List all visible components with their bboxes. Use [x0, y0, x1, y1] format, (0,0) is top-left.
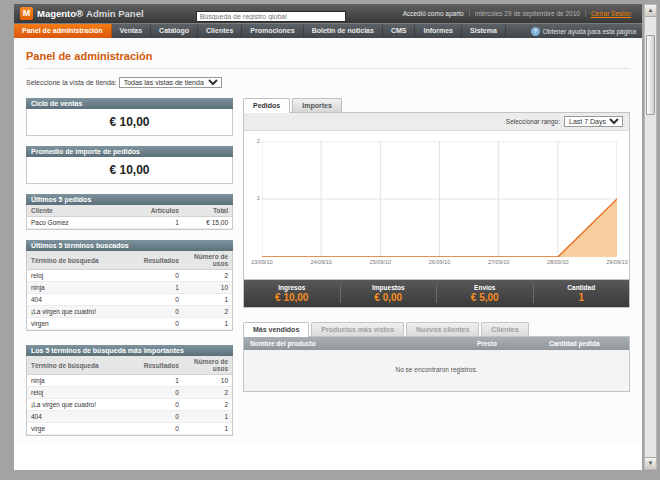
stat-value: 1 [534, 292, 630, 303]
tab-nuevos-clientes[interactable]: Nuevos clientes [406, 322, 479, 336]
column-header: Total [183, 205, 232, 217]
chart-tabs: Pedidos Importes [243, 98, 630, 112]
stat-impuestos: Impuestos € 0,00 [340, 284, 437, 303]
average-orders-panel: Promedio de importe de pedidos € 10,00 [26, 146, 233, 184]
x-axis-label: 23/09/10 [251, 259, 272, 265]
cell-uses: 2 [183, 270, 232, 282]
table-header-row: Cliente Artículos Total [27, 205, 232, 217]
orders-chart: 2 1 23/09/10 24/09/10 25/09/10 26/09/10 [244, 131, 629, 271]
nav-item-promociones[interactable]: Promociones [242, 24, 303, 38]
range-label: Seleccionar rango: [506, 118, 560, 125]
nav-item-sistema[interactable]: Sistema [462, 24, 506, 38]
column-header: Número de usos [183, 251, 232, 270]
x-axis-labels: 23/09/10 24/09/10 25/09/10 26/09/10 27/0… [262, 259, 617, 269]
admin-page: M Magento® Admin Panel Accedió como apar… [14, 4, 642, 470]
cell-uses: 2 [183, 387, 232, 399]
column-header: Resultados [134, 356, 183, 375]
store-view-select[interactable]: Todas las vistas de tienda [119, 77, 222, 88]
column-header: Término de búsqueda [27, 356, 134, 375]
range-select[interactable]: Last 7 Days [564, 116, 623, 127]
scroll-thumb[interactable] [646, 35, 655, 115]
cell-results: 0 [134, 399, 183, 411]
products-grid: Nombre del producto Precio Cantidad pedi… [243, 336, 630, 392]
nav-item-boletin-noticias[interactable]: Boletín de noticias [304, 24, 383, 38]
nav-item-informes[interactable]: Informes [415, 24, 462, 38]
x-axis-label: 24/09/10 [310, 259, 331, 265]
nav-item-clientes[interactable]: Clientes [198, 24, 242, 38]
x-axis-label: 27/09/10 [488, 259, 509, 265]
store-view-label: Seleccione la vista de tienda: [26, 79, 117, 86]
cell-uses: 1 [183, 423, 232, 435]
table-row: ninja 1 10 [27, 375, 232, 387]
tab-pedidos[interactable]: Pedidos [243, 98, 290, 113]
cell-uses: 1 [183, 294, 232, 306]
table-row: 404 0 1 [27, 294, 232, 306]
cell-term: ¡La virgen que cuadro! [27, 306, 134, 318]
empty-message: No se encontraron registros. [244, 350, 629, 391]
lifetime-sales-panel: Ciclo de ventas € 10,00 [26, 98, 233, 136]
stat-value: € 0,00 [341, 292, 437, 303]
logout-link[interactable]: Cerrar Sesión [586, 10, 636, 17]
nav-item-panel-administracion[interactable]: Panel de administración [14, 24, 112, 38]
cell-uses: 1 [183, 318, 232, 330]
table-row: reloj 0 2 [27, 387, 232, 399]
cell-results: 1 [134, 282, 183, 294]
column-header: Artículos [134, 205, 183, 217]
top-search-panel: Los 5 términos de búsqueda más important… [26, 345, 233, 436]
panel-title-top-search: Los 5 términos de búsqueda más important… [26, 345, 233, 356]
nav-item-ventas[interactable]: Ventas [112, 24, 152, 38]
nav-item-catalogo[interactable]: Catálogo [151, 24, 198, 38]
cell-term: reloj [27, 270, 134, 282]
cell-term: 404 [27, 294, 134, 306]
cell-term: virge [27, 423, 134, 435]
help-link[interactable]: ? Obtener ayuda para esta página [531, 24, 642, 38]
panel-title-average-orders: Promedio de importe de pedidos [26, 146, 233, 157]
cell-results: 0 [134, 387, 183, 399]
cell-term: ninja [27, 375, 134, 387]
global-search-input[interactable] [196, 11, 346, 22]
lifetime-sales-value: € 10,00 [27, 109, 232, 135]
last-orders-panel: Últimos 5 pedidos Cliente Artículos Tota… [26, 194, 233, 230]
cell-results: 0 [134, 270, 183, 282]
cell-total: € 15,00 [183, 217, 232, 229]
orders-chart-card: Seleccionar rango: Last 7 Days 2 1 [243, 112, 630, 308]
tab-importes[interactable]: Importes [292, 98, 342, 112]
cell-items: 1 [134, 217, 183, 229]
cell-term: ¡La virgen que cuadro! [27, 399, 134, 411]
scrollbar[interactable]: ▲ ▼ [644, 4, 657, 470]
cell-term: 404 [27, 411, 134, 423]
stat-label: Impuestos [341, 284, 437, 291]
nav-item-cms[interactable]: CMS [383, 24, 416, 38]
tab-mas-vendidos[interactable]: Más vendidos [243, 322, 309, 337]
last-orders-table: Cliente Artículos Total Paco Gomez 1 € 1… [27, 205, 232, 229]
cell-results: 1 [134, 375, 183, 387]
help-link-label: Obtener ayuda para esta página [543, 28, 636, 35]
stat-label: Envíos [437, 284, 533, 291]
table-row: ¡La virgen que cuadro! 0 2 [27, 306, 232, 318]
products-tabs: Más vendidos Productos más vistos Nuevos… [243, 322, 630, 336]
stat-value: € 5,00 [437, 292, 533, 303]
admin-header: M Magento® Admin Panel Accedió como apar… [14, 4, 642, 23]
scroll-down-button[interactable]: ▼ [645, 457, 656, 469]
cell-results: 0 [134, 318, 183, 330]
dashboard-left-column: Ciclo de ventas € 10,00 Promedio de impo… [26, 98, 233, 446]
panel-title-last-search: Últimos 5 términos buscados [26, 240, 233, 251]
header-user-area: Accedió como aparto miércoles 29 de sept… [398, 10, 636, 17]
store-switcher: Seleccione la vista de tienda: Todas las… [26, 77, 630, 88]
top-search-table: Término de búsqueda Resultados Número de… [27, 356, 232, 435]
cell-uses: 2 [183, 306, 232, 318]
cell-term: virgen [27, 318, 134, 330]
grid-header-row: Nombre del producto Precio Cantidad pedi… [244, 337, 629, 350]
column-header-price: Precio [471, 337, 543, 350]
table-row: ninja 1 10 [27, 282, 232, 294]
magento-logo-icon: M [20, 7, 33, 20]
panel-title-last-orders: Últimos 5 pedidos [26, 194, 233, 205]
browser-viewport: M Magento® Admin Panel Accedió como apar… [0, 0, 660, 480]
tab-productos-mas-vistos[interactable]: Productos más vistos [311, 322, 404, 336]
brand-name: Magento® [37, 8, 83, 19]
table-row: ¡La virgen que cuadro! 0 2 [27, 399, 232, 411]
tab-clientes[interactable]: Clientes [481, 322, 528, 336]
stat-label: Cantidad [534, 284, 630, 291]
x-axis-label: 26/09/10 [429, 259, 450, 265]
scroll-up-button[interactable]: ▲ [645, 5, 656, 17]
